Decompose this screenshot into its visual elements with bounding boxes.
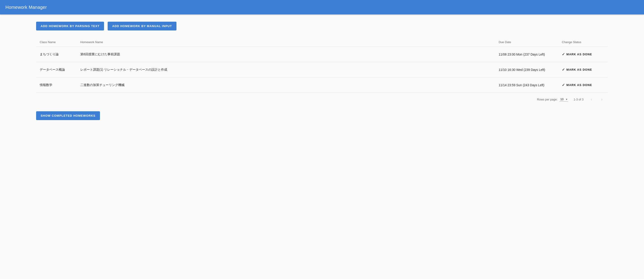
next-page-button[interactable]: ›	[599, 96, 604, 102]
table-row: 情報数学二進数の加算チューリング機械11/14 23:59 Sun (243 D…	[36, 78, 608, 93]
bottom-button-row: SHOW COMPLETED HOMEWORKS	[36, 111, 608, 120]
cell-homework-name: 二進数の加算チューリング機械	[77, 78, 495, 93]
check-icon: ✓	[562, 68, 565, 72]
mark-as-done-label: MARK AS DONE	[566, 52, 592, 56]
check-icon: ✓	[562, 83, 565, 87]
mark-as-done-button[interactable]: ✓MARK AS DONE	[562, 66, 592, 73]
cell-due-date: 11/08 23:00 Mon (237 Days Left)	[495, 47, 558, 62]
mark-as-done-label: MARK AS DONE	[566, 83, 592, 87]
cell-homework-name: 第6回授業にむけた事前課題	[77, 47, 495, 62]
cell-due-date: 11/14 23:59 Sun (243 Days Left)	[495, 78, 558, 93]
cell-homework-name: レポート課題(1) リレーショナル・データベースの設計と作成	[77, 62, 495, 78]
cell-class-name: データベース概論	[36, 62, 77, 78]
homework-table-container: Class Name Homework Name Due Date Change…	[36, 38, 608, 106]
cell-change-status: ✓MARK AS DONE	[558, 47, 608, 62]
rows-per-page-control: Rows per page: 10 25 50	[537, 97, 568, 102]
show-completed-button[interactable]: SHOW COMPLETED HOMEWORKS	[36, 111, 100, 120]
manual-input-button[interactable]: ADD HOMEWORK BY MANUAL INPUT	[108, 22, 176, 30]
cell-change-status: ✓MARK AS DONE	[558, 62, 608, 78]
pagination-row: Rows per page: 10 25 50 1-3 of 3 ‹ ›	[36, 93, 608, 106]
app-bar: Homework Manager	[0, 0, 644, 14]
cell-due-date: 11/10 16:30 Wed (239 Days Left)	[495, 62, 558, 78]
mark-as-done-label: MARK AS DONE	[566, 68, 592, 71]
rows-per-page-label: Rows per page:	[537, 98, 558, 101]
parse-text-button[interactable]: ADD HOMEWORK BY PARSING TEXT	[36, 22, 104, 30]
prev-page-button[interactable]: ‹	[589, 96, 594, 102]
rows-per-page-select[interactable]: 10 25 50	[560, 97, 568, 102]
mark-as-done-button[interactable]: ✓MARK AS DONE	[562, 51, 592, 57]
mark-as-done-button[interactable]: ✓MARK AS DONE	[562, 82, 592, 88]
header-class-name: Class Name	[36, 38, 77, 47]
cell-class-name: 情報数学	[36, 78, 77, 93]
cell-change-status: ✓MARK AS DONE	[558, 78, 608, 93]
cell-class-name: まちづくり論	[36, 47, 77, 62]
rows-per-page-select-wrapper[interactable]: 10 25 50	[560, 97, 568, 102]
top-button-row: ADD HOMEWORK BY PARSING TEXT ADD HOMEWOR…	[36, 22, 608, 30]
table-header-row: Class Name Homework Name Due Date Change…	[36, 38, 608, 47]
check-icon: ✓	[562, 52, 565, 56]
header-homework-name: Homework Name	[77, 38, 495, 47]
homework-table: Class Name Homework Name Due Date Change…	[36, 38, 608, 93]
page-info: 1-3 of 3	[574, 98, 584, 101]
table-row: まちづくり論第6回授業にむけた事前課題11/08 23:00 Mon (237 …	[36, 47, 608, 62]
main-content: ADD HOMEWORK BY PARSING TEXT ADD HOMEWOR…	[0, 14, 644, 127]
table-row: データベース概論レポート課題(1) リレーショナル・データベースの設計と作成11…	[36, 62, 608, 78]
app-title: Homework Manager	[6, 5, 47, 10]
header-due-date: Due Date	[495, 38, 558, 47]
header-change-status: Change Status	[558, 38, 608, 47]
